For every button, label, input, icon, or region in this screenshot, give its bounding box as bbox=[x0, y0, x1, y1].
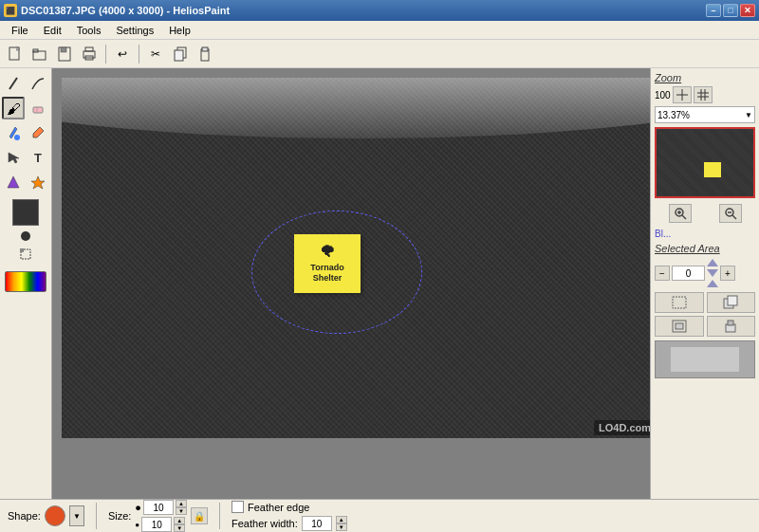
transform-tool[interactable] bbox=[14, 243, 37, 266]
svg-marker-17 bbox=[31, 176, 45, 189]
maximize-button[interactable]: □ bbox=[723, 4, 738, 17]
toolbox-row-2: 🖌 bbox=[2, 97, 49, 119]
window-title: DSC01387.JPG (4000 x 3000) - HeliosPaint bbox=[21, 5, 706, 16]
svg-rect-38 bbox=[728, 296, 737, 305]
size-label: Size: bbox=[108, 510, 131, 522]
star-tool[interactable] bbox=[27, 171, 49, 193]
select-tool[interactable] bbox=[2, 146, 25, 169]
shape-control: Shape: ▼ bbox=[8, 505, 84, 526]
zoom-in-out-controls bbox=[655, 204, 755, 223]
right-panel: Zoom 100 13.37% bbox=[650, 68, 759, 499]
toolbox-row-5 bbox=[2, 171, 49, 193]
feather-spin: ▲ ▼ bbox=[336, 516, 347, 531]
minimize-button[interactable]: – bbox=[706, 4, 721, 17]
zoom-percent-box[interactable]: 13.37% ▼ bbox=[655, 106, 755, 123]
undo-button[interactable]: ↩ bbox=[111, 43, 134, 65]
sa-value-input[interactable] bbox=[672, 266, 705, 281]
feather-width-row: Feather width: ▲ ▼ bbox=[231, 516, 347, 531]
feather-edge-label: Feather edge bbox=[248, 502, 309, 513]
toolbox: 🖌 T bbox=[0, 68, 52, 499]
sa-stamp-button[interactable] bbox=[707, 316, 756, 337]
pen-tool[interactable] bbox=[2, 72, 25, 95]
zoom-out-button[interactable] bbox=[719, 204, 742, 223]
feather-down-button[interactable]: ▼ bbox=[336, 523, 347, 531]
toolbar: ↩ ✂ bbox=[0, 40, 759, 68]
size-circle-small-icon: ● bbox=[135, 521, 139, 529]
size-inputs: ● ▲ ▼ ● ▲ ▼ bbox=[135, 500, 187, 532]
eraser-tool[interactable] bbox=[27, 97, 49, 119]
color-dot[interactable] bbox=[21, 231, 30, 241]
feather-up-button[interactable]: ▲ bbox=[336, 516, 347, 523]
toolbar-separator bbox=[105, 45, 106, 64]
size-width-down-button[interactable]: ▼ bbox=[176, 507, 187, 515]
cut-button[interactable]: ✂ bbox=[144, 43, 167, 65]
sa-select-all-button[interactable] bbox=[655, 292, 704, 313]
zoom-section-title: Zoom bbox=[655, 72, 755, 83]
feather-edge-checkbox[interactable] bbox=[231, 501, 244, 513]
size-circle-large-icon: ● bbox=[135, 502, 141, 513]
svg-rect-13 bbox=[33, 107, 43, 113]
save-button[interactable] bbox=[53, 43, 76, 65]
image-canvas: 🌪 TornadoShelter LO4D.com bbox=[62, 78, 650, 499]
toolbox-row-3 bbox=[2, 121, 49, 144]
canvas-background: 🌪 TornadoShelter LO4D.com bbox=[62, 78, 650, 438]
zoom-grid-button[interactable] bbox=[673, 86, 692, 103]
zoom-percent-value: 13.37% bbox=[657, 110, 745, 120]
svg-line-12 bbox=[9, 78, 17, 89]
sa-minus-button[interactable]: − bbox=[655, 266, 670, 281]
svg-line-31 bbox=[732, 215, 736, 219]
sa-copy-button[interactable] bbox=[707, 292, 756, 313]
title-bar: ⬛ DSC01387.JPG (4000 x 3000) - HeliosPai… bbox=[0, 0, 759, 21]
shape-dropdown-button[interactable]: ▼ bbox=[69, 505, 84, 526]
feather-width-input[interactable] bbox=[302, 516, 332, 531]
svg-point-15 bbox=[14, 135, 20, 140]
menu-file[interactable]: File bbox=[4, 23, 36, 38]
feather-edge-row: Feather edge bbox=[231, 501, 347, 513]
zoom-dropdown-arrow[interactable]: ▼ bbox=[745, 111, 752, 119]
thumbnail-sticky bbox=[704, 162, 721, 177]
size-height-down-button[interactable]: ▼ bbox=[174, 524, 185, 532]
brush-tool[interactable] bbox=[27, 72, 49, 95]
menu-settings[interactable]: Settings bbox=[108, 23, 161, 38]
status-separator-1 bbox=[96, 503, 97, 529]
zoom-hash-button[interactable] bbox=[694, 86, 713, 103]
size-height-up-button[interactable]: ▲ bbox=[174, 517, 185, 524]
print-button[interactable] bbox=[78, 43, 101, 65]
open-button[interactable] bbox=[28, 43, 51, 65]
text-tool[interactable]: T bbox=[27, 146, 49, 169]
fill-tool[interactable] bbox=[2, 121, 25, 144]
close-button[interactable]: ✕ bbox=[740, 4, 755, 17]
shape-tool[interactable] bbox=[2, 171, 25, 193]
sa-controls: − + bbox=[655, 258, 755, 288]
main-area: 🖌 T bbox=[0, 68, 759, 499]
size-width-up-button[interactable]: ▲ bbox=[176, 500, 187, 507]
svg-rect-40 bbox=[676, 323, 683, 329]
svg-marker-35 bbox=[707, 280, 718, 287]
menu-bar: File Edit Tools Settings Help bbox=[0, 21, 759, 40]
menu-edit[interactable]: Edit bbox=[36, 23, 69, 38]
panel-blue-text: Bl... bbox=[655, 229, 755, 239]
color-picker-button[interactable] bbox=[5, 271, 46, 292]
sa-plus-button[interactable]: + bbox=[720, 266, 735, 281]
size-lock-button[interactable]: 🔒 bbox=[191, 507, 208, 524]
shape-color-button[interactable] bbox=[45, 505, 65, 526]
copy-button[interactable] bbox=[169, 43, 192, 65]
sa-shape-buttons bbox=[655, 292, 755, 337]
zoom-in-button[interactable] bbox=[669, 204, 692, 223]
foreground-color[interactable] bbox=[12, 199, 39, 226]
svg-rect-42 bbox=[728, 321, 733, 325]
dropper-tool[interactable] bbox=[27, 121, 49, 144]
paintbrush-tool[interactable]: 🖌 bbox=[2, 97, 25, 119]
menu-help[interactable]: Help bbox=[161, 23, 198, 38]
size-width-input[interactable] bbox=[143, 500, 174, 515]
status-separator-2 bbox=[219, 503, 220, 529]
svg-rect-4 bbox=[61, 47, 66, 52]
menu-tools[interactable]: Tools bbox=[69, 23, 109, 38]
paste-button[interactable] bbox=[194, 43, 216, 65]
size-height-input[interactable] bbox=[141, 517, 172, 532]
canvas-area[interactable]: 🌪 TornadoShelter LO4D.com bbox=[52, 68, 650, 499]
new-button[interactable] bbox=[4, 43, 27, 65]
size-control: Size: ● ▲ ▼ ● ▲ ▼ 🔒 bbox=[108, 500, 208, 532]
sa-crop-button[interactable] bbox=[655, 316, 704, 337]
sa-thumbnail bbox=[655, 340, 755, 378]
